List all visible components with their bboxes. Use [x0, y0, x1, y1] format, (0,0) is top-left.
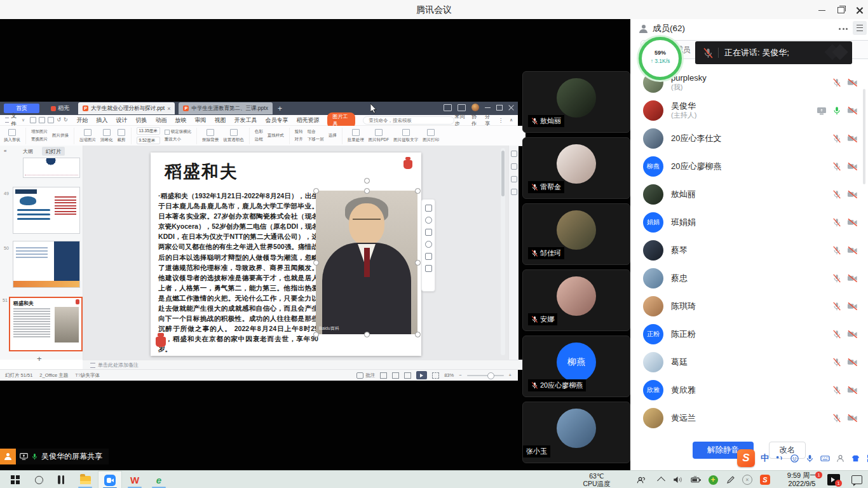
account-icon[interactable]: [836, 454, 845, 463]
taskbar-explorer[interactable]: [74, 471, 97, 488]
video-tile[interactable]: 邹佳珂: [522, 203, 630, 265]
resize-handle[interactable]: [415, 188, 421, 194]
member-row[interactable]: 蔡琴: [630, 236, 868, 264]
wps-command-search[interactable]: [363, 116, 454, 125]
remove-background-button[interactable]: 抠除背景: [202, 129, 219, 143]
member-row[interactable]: 娟娟 班娟娟: [630, 208, 868, 236]
sogou-logo-icon[interactable]: S: [737, 449, 755, 467]
lock-ratio-checkbox[interactable]: 锁定纵横比: [165, 129, 192, 135]
crop-button[interactable]: 裁剪: [118, 129, 126, 143]
tray-volume[interactable]: [670, 471, 686, 488]
slide-thumbnail-selected[interactable]: 稻盛和夫: [9, 297, 83, 351]
add-slide-button[interactable]: +: [37, 354, 42, 363]
rotate-button[interactable]: 旋转: [295, 129, 303, 135]
layout-icon[interactable]: [444, 104, 452, 111]
line-style-button[interactable]: 直线样式: [268, 133, 284, 139]
comments-toggle[interactable]: 批注: [356, 372, 375, 379]
picture-stitch-button[interactable]: 图片拼接: [52, 133, 69, 139]
scrollbar-thumb[interactable]: [501, 151, 505, 196]
tray-pen[interactable]: [723, 471, 738, 488]
more-options-icon[interactable]: [839, 27, 848, 30]
new-doc-tab-button[interactable]: +: [278, 104, 282, 113]
ribbon-tab[interactable]: 审阅: [195, 116, 207, 125]
ribbon-tab[interactable]: 开始: [77, 116, 88, 125]
member-list-scrollbar[interactable]: [863, 89, 865, 184]
member-row[interactable]: 20应心李仕文: [630, 125, 868, 152]
set-transparent-button[interactable]: 设置透明色: [223, 129, 244, 143]
select-button[interactable]: 选择: [329, 133, 337, 139]
ribbon-tab[interactable]: 插入: [97, 116, 108, 125]
undo-icon[interactable]: ↺: [57, 117, 61, 123]
color-button[interactable]: 色彩: [255, 129, 263, 135]
taskbar-browser[interactable]: e: [147, 471, 170, 488]
picture-print-button[interactable]: 图片打印: [423, 129, 439, 143]
ribbon-tab[interactable]: 稻壳资源: [297, 116, 320, 125]
tray-show-hidden[interactable]: [653, 471, 668, 488]
wps-account-avatar[interactable]: [471, 104, 479, 111]
history-rail-icon[interactable]: [511, 163, 517, 170]
member-row[interactable]: 欣雅 黄欣雅: [630, 376, 868, 404]
layout-tool-icon[interactable]: [425, 253, 432, 260]
member-row[interactable]: 柳燕 20应心廖柳燕: [630, 152, 868, 180]
video-tile[interactable]: 安娜: [522, 269, 630, 331]
member-row[interactable]: 黄远兰: [630, 404, 868, 432]
border-button[interactable]: 边框: [255, 137, 263, 142]
notification-center-button[interactable]: [848, 471, 865, 488]
sorter-view-icon[interactable]: [392, 372, 399, 379]
resize-handle[interactable]: [364, 188, 370, 194]
outline-tab[interactable]: 大纲: [23, 148, 33, 155]
video-tile[interactable]: 敖灿丽: [522, 71, 630, 133]
effects-tool-icon[interactable]: [425, 241, 432, 248]
ribbon-tab[interactable]: 开发工具: [234, 116, 257, 125]
panel-layout-toggle[interactable]: [853, 21, 867, 35]
add-picture-button[interactable]: 增加图片: [31, 129, 48, 135]
align-button[interactable]: 对齐: [295, 137, 303, 142]
send-backward-button[interactable]: 下移一层: [308, 137, 324, 142]
canvas-floating-toolbar[interactable]: [421, 199, 435, 292]
quick-access-toolbar[interactable]: ↺ ↻: [30, 117, 67, 123]
notes-bar[interactable]: 单击此处添加备注: [83, 360, 526, 370]
picture-to-pdf-button[interactable]: 图片转PDF: [369, 129, 390, 143]
zoom-in-button[interactable]: +: [509, 372, 512, 378]
voice-input-icon[interactable]: [805, 454, 815, 463]
slides-tab[interactable]: 幻灯片: [42, 147, 65, 156]
table-tool-icon[interactable]: [425, 265, 432, 272]
crop-tool-icon[interactable]: [425, 229, 432, 236]
comment-rail-icon[interactable]: [511, 151, 517, 157]
ribbon-tab[interactable]: 设计: [116, 116, 128, 125]
group-button[interactable]: 组合: [308, 129, 324, 135]
clarify-button[interactable]: 清晰化: [100, 129, 113, 143]
video-tile[interactable]: 雷帮金: [522, 137, 630, 199]
slide-thumbnail[interactable]: [13, 241, 80, 288]
wps-doc-tab-active[interactable]: P大学生就业心理分析与探讨.ppt×: [78, 102, 175, 114]
height-field[interactable]: 9.52厘米: [137, 137, 160, 144]
cpu-temperature-widget[interactable]: 63℃ CPU温度: [572, 471, 621, 488]
save-icon[interactable]: [30, 117, 36, 123]
preview-icon[interactable]: [48, 117, 54, 123]
ribbon-tab[interactable]: 视图: [215, 116, 226, 125]
tray-battery[interactable]: [688, 471, 704, 488]
collapse-panel-button[interactable]: «: [4, 148, 6, 154]
skin-icon[interactable]: [851, 454, 860, 463]
collab-button[interactable]: 协作: [471, 113, 478, 127]
replace-picture-button[interactable]: 更换图片: [31, 137, 48, 142]
collapse-ribbon-icon[interactable]: ∧: [510, 118, 513, 123]
apps-grid-icon[interactable]: [458, 104, 466, 111]
member-row[interactable]: 敖灿丽: [630, 180, 868, 208]
ribbon-tab[interactable]: 动画: [156, 116, 167, 125]
rotate-handle[interactable]: [364, 178, 370, 184]
more-rail-icon[interactable]: [511, 189, 517, 195]
assistant-rail-icon[interactable]: [511, 176, 517, 182]
taskbar-search-button[interactable]: [29, 471, 48, 488]
compress-picture-button[interactable]: 压缩图片: [79, 129, 96, 143]
theme-name[interactable]: 2_Office 主题: [39, 372, 68, 379]
more-icon[interactable]: ⋮: [498, 118, 503, 123]
batch-process-button[interactable]: 批量处理: [348, 129, 364, 143]
ribbon-tab[interactable]: 会员专享: [266, 116, 288, 125]
reading-view-icon[interactable]: [404, 372, 411, 379]
picture-ocr-button[interactable]: 图片提取文字: [393, 129, 418, 143]
member-row[interactable]: 蔡忠: [630, 264, 868, 292]
normal-view-icon[interactable]: [380, 372, 387, 379]
tray-disabled-item[interactable]: ×: [740, 471, 755, 488]
ribbon-tab[interactable]: 放映: [175, 116, 187, 125]
